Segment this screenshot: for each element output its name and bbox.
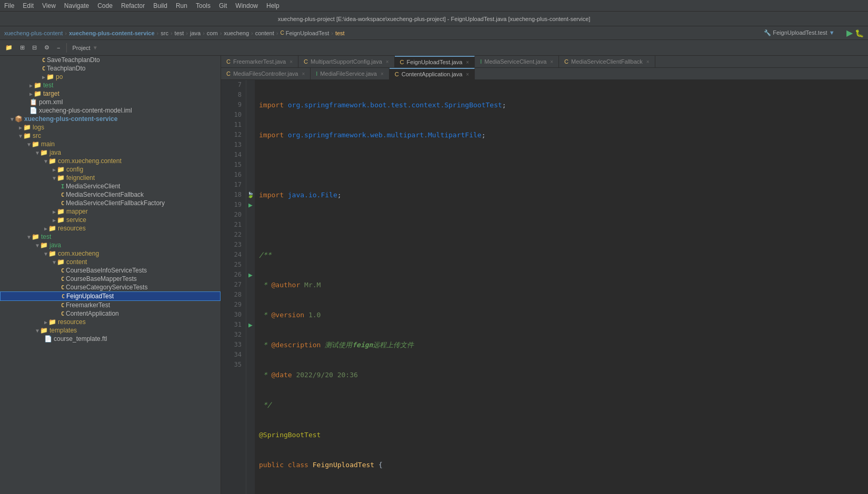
- tree-item-content-test[interactable]: ▼ 📁 content: [0, 258, 221, 266]
- code-editor[interactable]: 7 8 9 10 11 12 13 14 15 16 17 18 19 20 2…: [221, 80, 868, 494]
- tab-MediaFilesController[interactable]: C MediaFilesController.java ×: [221, 68, 311, 79]
- folder-icon: 📁: [23, 132, 31, 139]
- tree-item-CourseCategoryServiceTests[interactable]: C CourseCategoryServiceTests: [0, 283, 221, 291]
- tree-item-src[interactable]: ▼ 📁 src: [0, 132, 221, 140]
- tree-item-feignclient[interactable]: ▼ 📁 feignclient: [0, 174, 221, 182]
- tree-item-service[interactable]: ▶ 📁 service: [0, 216, 221, 224]
- menu-run[interactable]: Run: [176, 2, 187, 9]
- tree-item-MediaServiceClient[interactable]: I MediaServiceClient: [0, 182, 221, 190]
- tab-close-btn[interactable]: ×: [290, 59, 293, 65]
- class-icon: C: [62, 294, 65, 299]
- folder-icon: 📁: [40, 327, 48, 334]
- class-icon: C: [61, 268, 64, 274]
- collapse-btn[interactable]: ⊟: [29, 43, 40, 53]
- tab-MediaServiceClient[interactable]: I MediaServiceClient.java ×: [475, 56, 559, 67]
- breadcrumb-item[interactable]: java: [190, 30, 201, 36]
- tree-item-pom[interactable]: 📋 pom.xml: [0, 98, 221, 106]
- menu-file[interactable]: File: [4, 2, 14, 9]
- tree-item-TeachplanDto[interactable]: C TeachplanDto: [0, 64, 221, 73]
- tab-close-btn[interactable]: ×: [386, 59, 389, 65]
- class-icon: C: [61, 303, 64, 308]
- tab-FeignUploadTest[interactable]: C FeignUploadTest.java ×: [395, 56, 475, 67]
- tree-item-SaveTeachplanDto[interactable]: C SaveTeachplanDto: [0, 56, 221, 64]
- menu-code[interactable]: Code: [97, 2, 113, 9]
- menu-git[interactable]: Git: [219, 2, 227, 9]
- tab-close-btn[interactable]: ×: [466, 59, 469, 65]
- tab-interface-icon: I: [480, 58, 482, 65]
- menu-window[interactable]: Window: [235, 2, 258, 9]
- code-line-19: public class FeignUploadTest {: [259, 460, 864, 470]
- tab-close-btn[interactable]: ×: [302, 71, 305, 77]
- tree-item-com-xuecheng[interactable]: ▼ 📁 com.xuecheng.content: [0, 157, 221, 165]
- tree-item-po[interactable]: ▶ 📁 po: [0, 73, 221, 81]
- code-content[interactable]: import org.springframework.boot.test.con…: [255, 80, 868, 494]
- gutter-33: [246, 340, 255, 350]
- menu-edit[interactable]: Edit: [23, 2, 34, 9]
- tab-MediaFileService[interactable]: I MediaFileService.java ×: [311, 68, 390, 79]
- dropdown-arrow-icon[interactable]: ▼: [94, 45, 97, 51]
- breadcrumb-item[interactable]: src: [161, 30, 168, 36]
- gutter-27: [246, 280, 255, 290]
- breadcrumb-method[interactable]: test: [335, 30, 345, 36]
- tree-item-CourseBaseInfoServiceTests[interactable]: C CourseBaseInfoServiceTests: [0, 266, 221, 275]
- tree-item-ContentApplication[interactable]: C ContentApplication: [0, 309, 221, 318]
- minimize-btn[interactable]: −: [54, 43, 63, 53]
- class-icon: C: [61, 276, 64, 282]
- tree-item-target[interactable]: ▶ 📁 target: [0, 89, 221, 98]
- main-content: C SaveTeachplanDto C TeachplanDto ▶ 📁 po…: [0, 56, 868, 494]
- tree-item-test-section[interactable]: ▼ 📁 test: [0, 233, 221, 241]
- tree-item-templates[interactable]: ▼ 📁 templates: [0, 326, 221, 335]
- menu-navigate[interactable]: Navigate: [64, 2, 89, 9]
- tree-item-FreemarkerTest[interactable]: C FreemarkerTest: [0, 301, 221, 309]
- sync-btn[interactable]: ⊞: [17, 43, 28, 53]
- menu-build[interactable]: Build: [153, 2, 167, 9]
- gutter-26-run[interactable]: ▶: [246, 270, 255, 280]
- tree-item-resources-main[interactable]: ▶ 📁 resources: [0, 224, 221, 233]
- tree-item-main[interactable]: ▼ 📁 main: [0, 140, 221, 148]
- project-icon-btn[interactable]: 📁: [2, 43, 16, 53]
- tab-close-btn[interactable]: ×: [381, 71, 384, 77]
- tree-item-mapper[interactable]: ▶ 📁 mapper: [0, 207, 221, 216]
- class-icon: C: [61, 192, 64, 198]
- tree-item-com-xuecheng-test[interactable]: ▼ 📁 com.xuecheng: [0, 249, 221, 258]
- tab-label: FeignUploadTest.java: [407, 59, 463, 65]
- tree-item-logs[interactable]: ▶ 📁 logs: [0, 123, 221, 132]
- breadcrumb-item[interactable]: com: [207, 30, 218, 36]
- tab-close-btn[interactable]: ×: [466, 72, 469, 77]
- breadcrumb-item[interactable]: xuecheng-plus-content: [4, 30, 63, 36]
- tree-item-java-test[interactable]: ▼ 📁 java: [0, 241, 221, 249]
- tree-item-config[interactable]: ▶ 📁 config: [0, 165, 221, 174]
- breadcrumb-item[interactable]: test: [175, 30, 184, 36]
- menu-view[interactable]: View: [42, 2, 56, 9]
- menu-help[interactable]: Help: [266, 2, 280, 9]
- run-icon[interactable]: ▶: [846, 28, 853, 38]
- tab-label: ContentApplication.java: [402, 71, 463, 77]
- gutter-31-run[interactable]: ▶: [246, 320, 255, 330]
- breadcrumb-item[interactable]: content: [255, 30, 274, 36]
- settings-btn[interactable]: ⚙: [41, 43, 53, 53]
- tree-item-FeignUploadTest[interactable]: C FeignUploadTest: [0, 291, 221, 301]
- tab-MultipartSupportConfig[interactable]: C MultipartSupportConfig.java ×: [298, 56, 395, 67]
- tree-item-MediaServiceClientFallbackFactory[interactable]: C MediaServiceClientFallbackFactory: [0, 199, 221, 207]
- xml-icon: 📋: [29, 98, 37, 106]
- tree-item-test-top[interactable]: ▶ 📁 test: [0, 81, 221, 89]
- gutter-19-run[interactable]: ▶: [246, 200, 255, 210]
- menu-tools[interactable]: Tools: [196, 2, 211, 9]
- tree-item-service-module[interactable]: ▼ 📦 xuecheng-plus-content-service: [0, 115, 221, 123]
- tree-item-iml[interactable]: 📄 xuecheng-plus-content-model.iml: [0, 106, 221, 115]
- tree-item-java-main[interactable]: ▼ 📁 java: [0, 148, 221, 157]
- breadcrumb-item[interactable]: C FeignUploadTest: [280, 30, 329, 36]
- tab-ContentApplication[interactable]: C ContentApplication.java ×: [390, 68, 475, 79]
- tree-item-CourseBaseMapperTests[interactable]: C CourseBaseMapperTests: [0, 275, 221, 283]
- tab-FreemarkerTest[interactable]: C FreemarkerTest.java ×: [221, 56, 298, 67]
- tree-item-resources-test[interactable]: ▶ 📁 resources: [0, 318, 221, 326]
- tab-MediaServiceClientFallback[interactable]: C MediaServiceClientFallback ×: [559, 56, 655, 67]
- tree-item-MediaServiceClientFallback[interactable]: C MediaServiceClientFallback: [0, 190, 221, 199]
- debug-icon[interactable]: 🐛: [855, 29, 864, 37]
- tree-item-course-template[interactable]: 📄 course_template.ftl: [0, 335, 221, 343]
- menu-refactor[interactable]: Refactor: [121, 2, 145, 9]
- tab-close-btn[interactable]: ×: [550, 59, 553, 65]
- tab-close-btn[interactable]: ×: [646, 59, 650, 65]
- breadcrumb-item[interactable]: xuecheng-plus-content-service: [69, 30, 155, 36]
- breadcrumb-item[interactable]: xuecheng: [224, 30, 249, 36]
